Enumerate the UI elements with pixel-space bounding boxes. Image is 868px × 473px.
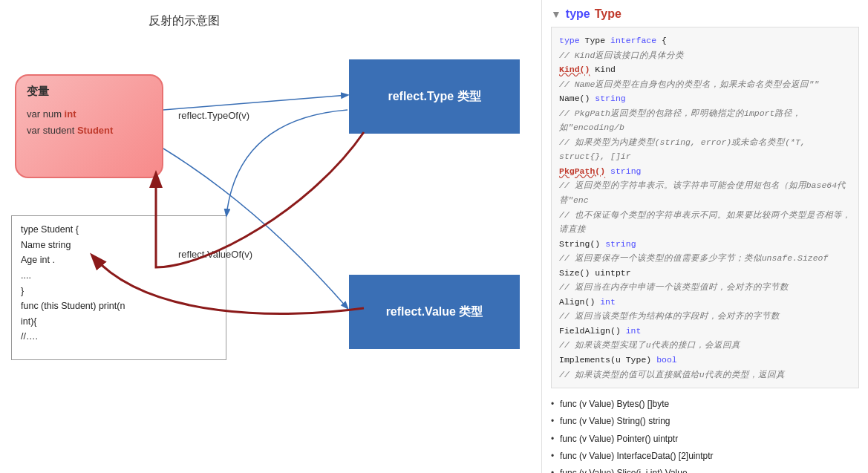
pin-icon: ▼ [551,8,561,20]
value-method-interfacedata: func (v Value) InterfaceData() [2]uintpt… [551,448,859,465]
code-string: String() string [559,237,851,252]
type-name-heading: Type [595,7,621,21]
code-align: Align() int [559,295,851,310]
typeof-label: reflect.TypeOf(v) [178,110,249,121]
type-box-label: reflect.Type 类型 [388,89,480,105]
student-line-6: func (this Student) print(n [21,299,217,314]
value-methods-list: func (v Value) Bytes() []byte func (v Va… [551,396,859,473]
variable-box-title: 变量 [27,85,151,99]
student-line-4: .... [21,268,217,284]
value-method-slice: func (v Value) Slice(i, j int) Value [551,465,859,473]
code-implements: Implements(u Type) bool [559,353,851,368]
code-comment-impl: // 如果该类型实现了u代表的接口，会返回真 [559,338,851,353]
type-interface-code: type Type interface { // Kind返回该接口的具体分类 … [551,27,859,388]
code-comment-size: // 返回要保存一个该类型的值需要多少字节；类似unsafe.Sizeof [559,251,851,266]
code-comment-align: // 返回当在内存中申请一个该类型值时，会对齐的字节数 [559,280,851,295]
code-kind: Kind() Kind [559,62,851,77]
value-box-label: reflect.Value 类型 [386,304,483,320]
code-comment-assignable: // 如果该类型的值可以直接赋值给u代表的类型，返回真 [559,368,851,382]
type-student: Student [77,125,113,136]
code-comment-pkgpath2: // 如果类型为内建类型(string, error)或未命名类型(*T, st… [559,135,851,164]
student-line-7: int){ [21,314,217,330]
keyword-type: type [566,7,590,21]
code-comment-string1: // 返回类型的字符串表示。该字符串可能会使用短包名（如用base64代替"en… [559,178,851,207]
student-line-5: } [21,284,217,299]
reflect-value-box: reflect.Value 类型 [349,275,520,349]
student-line-1: type Student { [21,222,217,238]
code-comment-pkgpath1: // PkgPath返回类型的包路径，即明确指定的import路径，如"enco… [559,106,851,135]
value-method-pointer: func (v Value) Pointer() uintptr [551,431,859,448]
code-pkgpath: PkgPath() string [559,164,851,179]
value-method-bytes: func (v Value) Bytes() []byte [551,396,859,413]
valueof-label: reflect.ValueOf(v) [178,249,252,260]
code-comment-string2: // 也不保证每个类型的字符串表示不同。如果要比较两个类型是否相等，请直接 [559,208,851,237]
code-comment-name: // Name返回类型在自身包内的类型名，如果未命名类型会返回"" [559,77,851,92]
code-size: Size() uintptr [559,266,851,281]
var-line-2: var student Student [27,123,151,139]
code-fieldalign: FieldAlign() int [559,324,851,339]
value-method-string: func (v Value) String() string [551,413,859,430]
type-int: int [65,108,76,120]
reflect-type-box: reflect.Type 类型 [349,59,520,134]
type-header: ▼ type Type [551,7,859,21]
code-line-1: type Type interface { [559,33,851,48]
var-line-1: var num int [27,106,151,123]
diagram-title: 反射的示意图 [149,13,220,29]
student-struct-box: type Student { Name string Age int . ...… [11,215,226,360]
code-name: Name() string [559,91,851,106]
student-line-8: //…. [21,329,217,345]
code-comment-fieldalign: // 返回当该类型作为结构体的字段时，会对齐的字节数 [559,309,851,324]
right-panel[interactable]: ▼ type Type type Type interface { // Kin… [541,0,868,473]
code-comment-kind: // Kind返回该接口的具体分类 [559,48,851,63]
variable-box: 变量 var num int var student Student [15,74,163,178]
diagram-area: 反射的示意图 变量 var num int var student Studen… [0,0,542,473]
